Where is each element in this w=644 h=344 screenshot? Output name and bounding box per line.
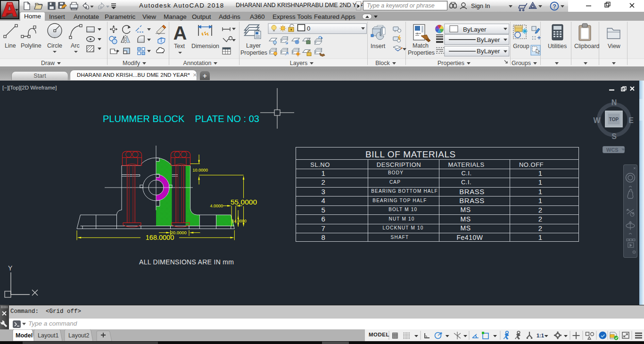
svg-text:55.0000: 55.0000 [231,198,257,206]
svg-text:?: ? [553,3,556,10]
svg-text:168.0000: 168.0000 [146,234,174,241]
svg-text:10.0000: 10.0000 [193,168,208,172]
svg-text:Layout1: Layout1 [38,332,59,339]
svg-text:Layout2: Layout2 [68,332,90,339]
svg-text:4.0000: 4.0000 [210,204,223,208]
svg-text:ByLayer: ByLayer [477,48,500,55]
svg-text:Model: Model [16,332,33,339]
svg-text:0: 0 [307,25,310,32]
svg-text:14.0000: 14.0000 [232,219,247,223]
svg-text:1:1: 1:1 [537,333,544,338]
svg-text:ByLayer: ByLayer [477,36,500,43]
svg-text:ByLayer: ByLayer [463,26,487,33]
svg-text:A: A [173,23,187,43]
